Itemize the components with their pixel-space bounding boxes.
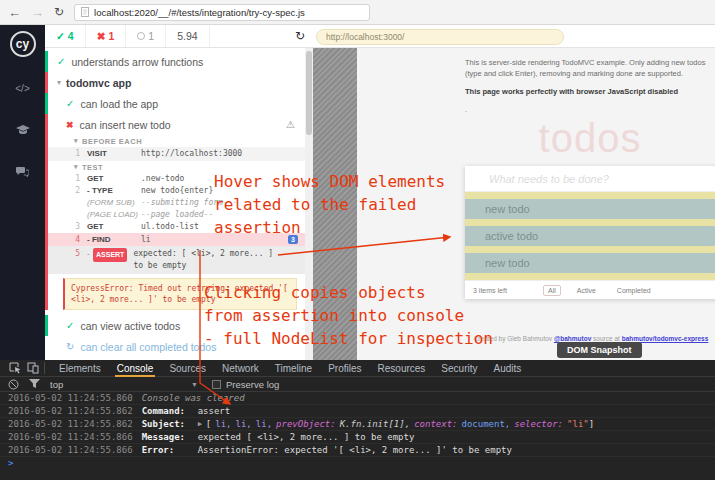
x-icon: ✖ — [66, 120, 74, 130]
repo-link[interactable]: bahmutov/todomvc-express — [622, 335, 709, 342]
clear-console-icon[interactable] — [8, 379, 19, 390]
tab-sources[interactable]: Sources — [161, 360, 214, 377]
app-reload-icon[interactable]: ↻ — [295, 29, 305, 43]
assert-line1: expected: [ <li>, 2 more... ] — [133, 248, 273, 260]
filter-completed[interactable]: Completed — [612, 285, 656, 296]
filter-active[interactable]: Active — [572, 285, 601, 296]
tab-elements[interactable]: Elements — [51, 360, 109, 377]
warning-icon[interactable]: ⚠ — [286, 119, 295, 130]
preserve-log-checkbox[interactable] — [212, 380, 221, 389]
tab-console[interactable]: Console — [109, 360, 162, 377]
command-number: 3 — [66, 221, 80, 233]
tab-timeline[interactable]: Timeline — [267, 360, 320, 377]
console-row-subject: 2016-05-02 11:24:55.862 Subject: ▶ [ li,… — [0, 418, 715, 431]
intro-bold-line: This page works perfectly with browser J… — [465, 87, 713, 98]
event-message: --page loaded-- — [141, 209, 213, 221]
spinner-icon: ↻ — [66, 341, 74, 352]
forward-icon[interactable]: → — [31, 6, 44, 19]
check-icon: ✓ — [66, 98, 74, 109]
todo-filters: All Active Completed — [543, 281, 656, 299]
command-number: 1 — [66, 173, 80, 185]
credit-text: source at — [593, 335, 620, 342]
passed-count: 4 — [68, 30, 74, 42]
margin-highlight — [465, 219, 715, 226]
before-each-header[interactable]: ▾ BEFORE EACH — [48, 135, 305, 147]
tab-profiles[interactable]: Profiles — [320, 360, 369, 377]
test-title: can insert new todo — [80, 119, 171, 131]
command-assert[interactable]: 5 - ASSERT expected: [ <li>, 2 more... ]… — [48, 246, 305, 274]
app-url-field[interactable]: http://localhost:3000/ — [316, 29, 564, 45]
margin-highlight — [465, 192, 715, 199]
tab-network[interactable]: Network — [214, 360, 267, 377]
check-icon: ✓ — [56, 30, 65, 42]
screen: ← → ↻ localhost:2020/__/#/tests/integrat… — [0, 0, 715, 480]
hook-label: BEFORE EACH — [82, 137, 142, 146]
inspect-element-icon[interactable] — [6, 362, 24, 375]
tab-resources[interactable]: Resources — [370, 360, 434, 377]
scrollbar-thumb[interactable] — [306, 51, 312, 135]
cypress-logo[interactable]: cy — [10, 31, 36, 57]
chevron-down-icon: ▼ — [191, 381, 198, 388]
todo-item-highlighted[interactable]: new todo — [465, 253, 715, 273]
test-insert-todo[interactable]: ✖ can insert new todo ⚠ — [48, 114, 305, 135]
chevron-down-icon: ▾ — [57, 78, 61, 87]
back-icon[interactable]: ← — [8, 6, 21, 19]
device-toolbar-icon[interactable] — [24, 362, 42, 375]
command-message: li — [141, 233, 151, 246]
expand-icon[interactable]: ▶ — [198, 418, 202, 430]
tab-audits[interactable]: Audits — [485, 360, 529, 377]
timestamp: 2016-05-02 11:24:55.866 — [8, 431, 133, 443]
app-url-text: http://localhost:3000/ — [326, 32, 404, 42]
command-method: GET — [87, 221, 141, 233]
console-prompt[interactable]: > — [0, 457, 715, 470]
chat-icon[interactable] — [0, 155, 45, 189]
log-label: Subject: — [142, 418, 198, 430]
author-link[interactable]: @bahmutov — [554, 335, 591, 342]
object-value: document, — [461, 418, 510, 430]
divider — [44, 362, 45, 374]
dot: . — [465, 105, 713, 116]
todo-item-highlighted[interactable]: active todo — [465, 226, 715, 246]
command-method: VISIT — [87, 147, 141, 161]
browser-top-bar: ← → ↻ localhost:2020/__/#/tests/integrat… — [0, 0, 715, 25]
margin-highlight — [465, 273, 715, 280]
suite-todomvc-app[interactable]: ▾ todomvc app — [45, 72, 305, 93]
todo-footer: 3 items left All Active Completed — [465, 280, 715, 299]
log-value: AssertionError: expected '[ <li>, 2 more… — [198, 444, 512, 456]
margin-highlight — [465, 246, 715, 253]
address-bar[interactable]: localhost:2020/__/#/tests/integration/tr… — [74, 4, 370, 21]
event-label: (PAGE LOAD) — [87, 209, 141, 221]
context-label: top — [50, 379, 63, 390]
todo-app-card: What needs to be done? new todo active t… — [465, 166, 715, 299]
pending-stat: 1 — [126, 25, 166, 47]
passed-stat: ✓ 4 — [45, 25, 86, 47]
test-can-load[interactable]: ✓ can load the app — [45, 93, 305, 114]
execution-context-dropdown[interactable]: top ▼ — [50, 379, 198, 390]
log-value: expected [ <li>, 2 more... ] to be empty — [198, 431, 415, 443]
test-title: can view active todos — [80, 320, 180, 332]
annotation-hover-note: Hover shows DOM elements related to the … — [214, 170, 445, 239]
browser-reload-icon[interactable]: ↻ — [54, 5, 64, 19]
command-message: new todo{enter} — [141, 185, 213, 197]
todo-item-highlighted[interactable]: new todo — [465, 199, 715, 219]
bracket: ] — [589, 418, 594, 430]
duration-stat: 5.94 — [166, 25, 209, 47]
command-visit[interactable]: 1 VISIT http://localhost:3000 — [48, 147, 305, 161]
node-ref: li, — [236, 418, 252, 430]
devtools-panel: Elements Console Sources Network Timelin… — [0, 360, 715, 480]
code-icon[interactable]: </> — [0, 71, 45, 105]
command-method: GET — [87, 173, 141, 185]
console-toolbar: top ▼ Preserve log — [0, 377, 715, 392]
chevron-down-icon: ▾ — [74, 137, 78, 145]
tab-security[interactable]: Security — [433, 360, 485, 377]
dom-snapshot-badge[interactable]: DOM Snapshot — [557, 342, 642, 358]
docs-icon[interactable] — [0, 113, 45, 147]
filter-all[interactable]: All — [543, 285, 561, 296]
new-todo-input[interactable]: What needs to be done? — [465, 166, 715, 192]
filter-icon[interactable] — [29, 379, 40, 389]
x-icon: ✖ — [97, 30, 106, 42]
test-arrow-functions[interactable]: ✓ understands arrow functions — [45, 51, 305, 72]
console-row-command: 2016-05-02 11:24:55.862 Command: assert — [0, 405, 715, 418]
bracket: [ — [206, 418, 211, 430]
failed-count: 1 — [108, 30, 114, 42]
